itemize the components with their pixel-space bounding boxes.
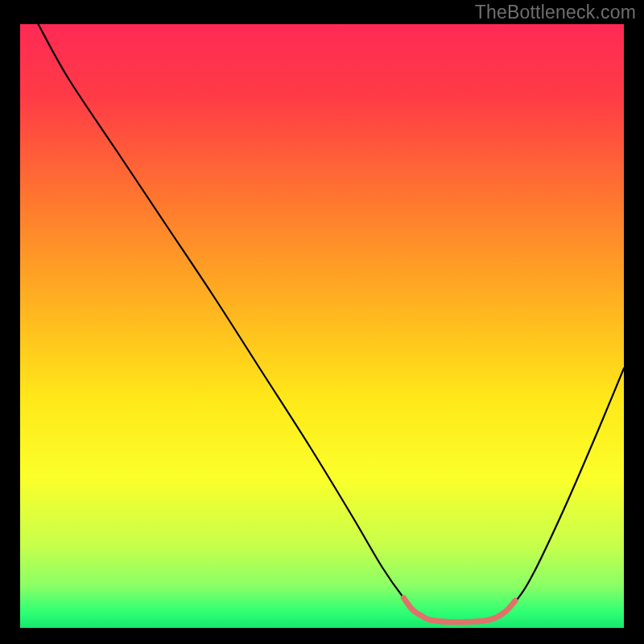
plot-background (20, 24, 624, 628)
bottleneck-chart (0, 0, 644, 644)
chart-container: TheBottleneck.com (0, 0, 644, 644)
watermark-text: TheBottleneck.com (475, 2, 636, 23)
